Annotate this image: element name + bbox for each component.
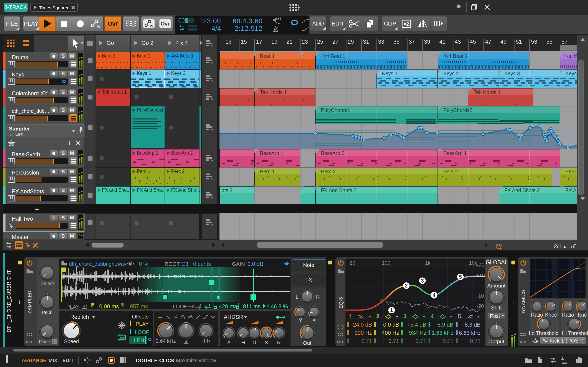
svg-text:-10: -10 [476, 293, 484, 299]
svg-text:-20: -20 [476, 303, 484, 309]
svg-text:2: 2 [405, 283, 408, 289]
svg-text:20: 20 [350, 260, 355, 266]
svg-text:4: 4 [433, 292, 435, 298]
svg-text:5: 5 [459, 274, 462, 280]
svg-text:1: 1 [390, 307, 393, 313]
svg-text:3: 3 [421, 278, 424, 284]
svg-text:100: 100 [382, 260, 390, 266]
svg-text:RAM: RAM [119, 336, 125, 340]
svg-text:R: R [84, 304, 87, 308]
svg-text:+10: +10 [476, 273, 485, 278]
svg-text:+20: +20 [476, 262, 484, 268]
svg-text:1k: 1k [425, 260, 431, 266]
